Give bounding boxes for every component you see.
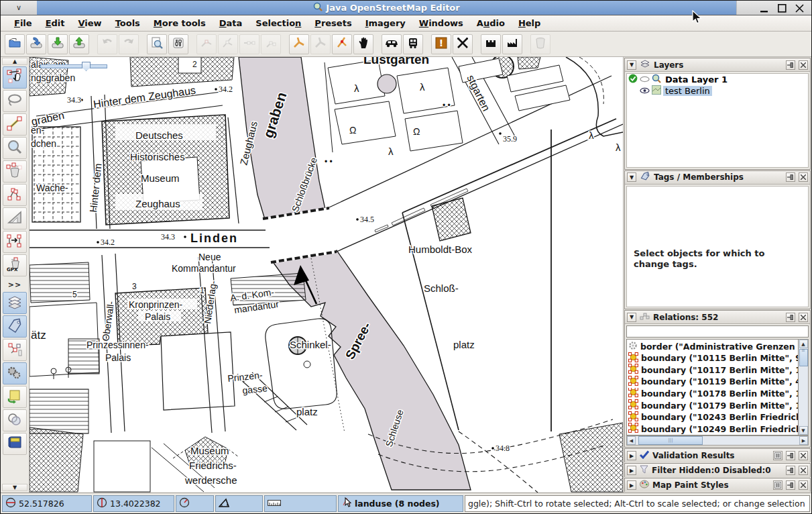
- close-panel-icon[interactable]: [799, 466, 808, 475]
- relations-horizontal-scrollbar[interactable]: ◀ ||| ▶: [626, 435, 809, 446]
- visibility-icon[interactable]: [640, 74, 650, 85]
- relation-list-item[interactable]: boundary ("10179 Berlin Mitte", 1: [627, 399, 798, 411]
- collapse-icon[interactable]: ▼: [627, 172, 636, 182]
- close-panel-icon[interactable]: [799, 60, 808, 70]
- minimize-button[interactable]: [759, 3, 770, 13]
- relation-list-item[interactable]: boundary ("10249 Berlin Friedrich: [627, 423, 798, 435]
- pin-icon[interactable]: [786, 313, 795, 322]
- zoom-tool-button[interactable]: [3, 137, 27, 159]
- rail-more-tools-button[interactable]: >>: [8, 280, 21, 289]
- menu-view[interactable]: View: [72, 17, 109, 30]
- extrude-tool-button[interactable]: [3, 207, 27, 229]
- merge-nodes-button[interactable]: [289, 34, 309, 54]
- menu-windows[interactable]: Windows: [412, 17, 470, 30]
- rail-scroll-up-button[interactable]: ▲: [2, 58, 27, 65]
- collapse-icon[interactable]: ▼: [627, 313, 636, 322]
- maximize-button[interactable]: [776, 3, 787, 13]
- horizontal-scroll-thumb[interactable]: |||: [638, 436, 703, 445]
- active-check-icon[interactable]: [628, 74, 638, 85]
- relation-list-item[interactable]: boundary ("10119 Berlin Mitte", 4: [627, 376, 798, 388]
- relations-filter-input[interactable]: [626, 325, 809, 338]
- menu-help[interactable]: Help: [512, 17, 547, 30]
- select-tool-button[interactable]: [3, 66, 27, 89]
- download-button[interactable]: [48, 34, 68, 54]
- preferences-button[interactable]: [168, 34, 188, 54]
- panel-settings-icon[interactable]: [773, 480, 782, 490]
- toggle-mappaint-button[interactable]: [3, 409, 27, 431]
- collapse-icon[interactable]: ▼: [627, 60, 636, 70]
- bus-preset-button[interactable]: [403, 34, 423, 54]
- menu-edit[interactable]: Edit: [39, 17, 72, 30]
- toggle-validator-button[interactable]: [3, 362, 27, 384]
- menu-audio[interactable]: Audio: [470, 17, 512, 30]
- visibility-icon[interactable]: [640, 86, 650, 96]
- pin-icon[interactable]: [786, 466, 795, 475]
- delete-tool-button[interactable]: [3, 160, 27, 183]
- menu-presets[interactable]: Presets: [308, 17, 358, 30]
- layer-row-test-berlin[interactable]: test Berlin: [627, 85, 808, 97]
- distance-field[interactable]: [264, 495, 337, 512]
- expand-icon[interactable]: ▶: [627, 466, 636, 475]
- map-canvas[interactable]: LustgartenstgartenHinter dem Zeughaus34.…: [30, 57, 623, 493]
- menu-file[interactable]: File: [7, 17, 39, 30]
- pin-icon[interactable]: [786, 172, 795, 182]
- panel-settings-icon[interactable]: [773, 451, 782, 460]
- expand-icon[interactable]: ▶: [627, 480, 636, 490]
- pin-icon[interactable]: [786, 60, 795, 70]
- toggle-relations-button[interactable]: [3, 339, 27, 361]
- castle-preset-button[interactable]: [481, 34, 501, 54]
- rail-scroll-down-button[interactable]: ▼: [2, 484, 27, 491]
- scroll-down-arrow-icon[interactable]: ▼: [799, 426, 808, 435]
- parallel-tool-button[interactable]: [3, 231, 27, 253]
- gpx-tool-button[interactable]: GPX: [3, 254, 27, 276]
- open-button[interactable]: [5, 34, 25, 54]
- save-button[interactable]: [26, 34, 46, 54]
- relation-list-item[interactable]: border ("Administrative Grenzen: [627, 340, 798, 352]
- pin-icon[interactable]: [786, 451, 795, 460]
- unglue-tool-button[interactable]: [3, 184, 27, 206]
- close-panel-icon[interactable]: [799, 172, 808, 182]
- crossing-button[interactable]: [453, 34, 473, 54]
- toggle-filter-button[interactable]: [3, 386, 27, 408]
- scroll-right-arrow-icon[interactable]: ▶: [799, 436, 808, 445]
- heading-field[interactable]: [176, 495, 214, 512]
- scroll-left-arrow-icon[interactable]: ◀: [627, 436, 636, 445]
- zoom-slider-thumb[interactable]: [82, 62, 91, 71]
- search-button[interactable]: [147, 34, 167, 54]
- close-panel-icon[interactable]: [799, 451, 808, 460]
- relation-list-item[interactable]: boundary ("10178 Berlin Mitte", 1: [627, 388, 798, 400]
- toggle-presets-button[interactable]: [3, 433, 27, 455]
- relations-vertical-scrollbar[interactable]: ▲ ≡ ▼: [799, 339, 809, 435]
- expand-icon[interactable]: ▶: [627, 451, 636, 460]
- toggle-tags-button[interactable]: [3, 315, 27, 338]
- menu-selection[interactable]: Selection: [249, 17, 308, 30]
- zoom-slider-track[interactable]: [40, 64, 107, 68]
- relation-list-item[interactable]: boundary ("10117 Berlin Mitte", 1: [627, 364, 798, 376]
- close-panel-icon[interactable]: [799, 480, 808, 490]
- menu-more-tools[interactable]: More tools: [147, 17, 213, 30]
- upload-button[interactable]: [69, 34, 89, 54]
- join-node-way-button[interactable]: [332, 34, 352, 54]
- layer-row-data-layer[interactable]: Data Layer 1: [627, 74, 808, 85]
- warning-button[interactable]: !: [431, 34, 451, 54]
- object-info-field[interactable]: landuse (8 nodes): [338, 495, 463, 512]
- relation-list-item[interactable]: boundary ("10115 Berlin Mitte", 9: [627, 352, 798, 364]
- lasso-tool-button[interactable]: [3, 90, 27, 112]
- draw-node-tool-button[interactable]: [3, 113, 27, 136]
- pin-icon[interactable]: [786, 480, 795, 490]
- menu-data[interactable]: Data: [213, 17, 249, 30]
- angle-field[interactable]: [215, 495, 263, 512]
- menu-tools[interactable]: Tools: [109, 17, 147, 30]
- close-panel-icon[interactable]: [799, 313, 808, 322]
- latitude-field[interactable]: 52.517826: [2, 495, 92, 512]
- map-zoom-slider[interactable]: [40, 63, 109, 70]
- map-view[interactable]: LustgartenstgartenHinter dem Zeughaus34.…: [30, 57, 623, 493]
- car-preset-button[interactable]: [382, 34, 402, 54]
- works-preset-button[interactable]: [502, 34, 522, 54]
- longitude-field[interactable]: 13.4022382: [93, 495, 174, 512]
- toggle-layers-button[interactable]: [3, 292, 27, 314]
- move-button[interactable]: [353, 34, 373, 54]
- relation-list-item[interactable]: boundary ("10243 Berlin Friedrich: [627, 411, 798, 423]
- window-menu-button[interactable]: ∨: [1, 1, 37, 15]
- menu-imagery[interactable]: Imagery: [359, 17, 412, 30]
